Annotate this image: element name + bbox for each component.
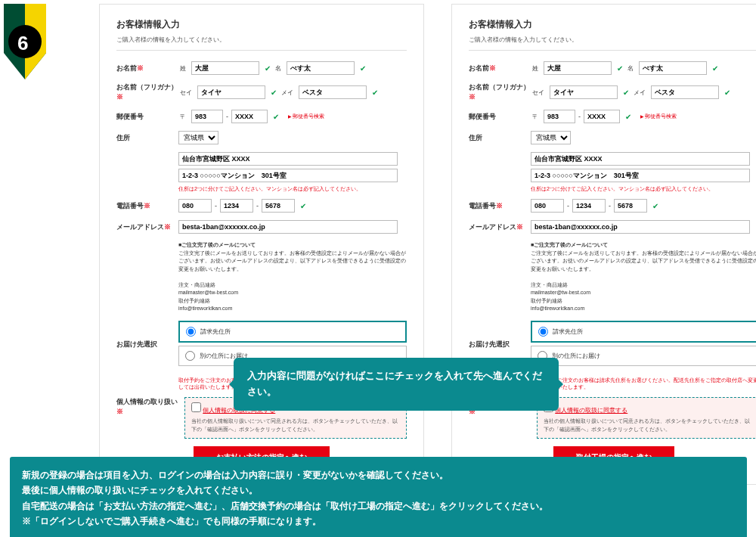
- input-mei[interactable]: [287, 61, 355, 75]
- addr-note: 住所は2つに分けてご記入ください。マンション名は必ず記入してください。: [178, 185, 407, 193]
- input-email[interactable]: [531, 220, 750, 234]
- input-mei[interactable]: [639, 61, 707, 75]
- input-meik[interactable]: [651, 85, 719, 99]
- sublabel-zip: 〒: [180, 113, 186, 121]
- input-addr1[interactable]: [178, 152, 398, 166]
- label-kana: お名前（フリガナ）※: [469, 82, 531, 102]
- check-icon: ✔: [271, 88, 277, 97]
- check-icon: ✔: [617, 64, 623, 73]
- label-addr: 住所: [116, 133, 178, 143]
- card-subtitle: ご購入者様の情報を入力してください。: [469, 36, 756, 51]
- input-zip1[interactable]: [544, 110, 575, 123]
- input-zip2[interactable]: [584, 110, 620, 123]
- input-meik[interactable]: [299, 85, 367, 99]
- sublabel-mei: 名: [275, 64, 281, 73]
- checkbox-consent[interactable]: [191, 402, 201, 412]
- select-pref[interactable]: 宮城県: [531, 131, 571, 144]
- sublabel-meik: メイ: [281, 88, 293, 97]
- radio-deliv2[interactable]: [185, 351, 195, 361]
- deliv-option-2[interactable]: 別の住所にお届け: [531, 346, 756, 366]
- input-addr2[interactable]: [531, 169, 750, 182]
- deliv-option-1[interactable]: 請求先住所: [178, 321, 407, 343]
- check-icon: ✔: [360, 64, 366, 73]
- input-tel1[interactable]: [531, 199, 564, 213]
- email-note: ■ご注文完了後のメールについて ご注文完了後にメールをお送りしております。お客様…: [531, 241, 756, 313]
- check-icon: ✔: [724, 88, 730, 97]
- input-tel3[interactable]: [614, 199, 647, 213]
- check-icon: ✔: [625, 113, 631, 121]
- label-email: メールアドレス※: [469, 222, 531, 232]
- label-tel: 電話番号※: [116, 201, 178, 211]
- label-zip: 郵便番号: [116, 112, 178, 122]
- sublabel-sei: 姓: [180, 64, 186, 73]
- card-title: お客様情報入力: [469, 18, 756, 31]
- input-seik[interactable]: [550, 85, 618, 99]
- tooltip-callout: 入力内容に問題がなければここにチェックを入れて先へ進んでください。: [234, 358, 559, 411]
- card-title: お客様情報入力: [116, 18, 407, 31]
- consent-box: 個人情報の取扱に同意する 当社の個人情報取り扱いについて同意される方は、ボタンを…: [537, 397, 756, 439]
- sublabel-seik: セイ: [180, 88, 192, 97]
- input-addr1[interactable]: [531, 152, 750, 166]
- label-email: メールアドレス※: [116, 222, 178, 232]
- consent-sub: 当社の個人情報取り扱いについて同意される方は、ボタンをチェックしていただき、以下…: [544, 417, 752, 433]
- check-icon: ✔: [652, 202, 658, 210]
- check-icon: ✔: [372, 88, 378, 97]
- consent-link[interactable]: 個人情報の取扱に同意する: [555, 407, 627, 414]
- email-note: ■ご注文完了後のメールについて ご注文完了後にメールをお送りしております。お客様…: [178, 241, 407, 313]
- consent-sub: 当社の個人情報取り扱いについて同意される方は、ボタンをチェックしていただき、以下…: [191, 417, 400, 433]
- label-name: お名前※: [469, 64, 531, 73]
- label-deliv: お届け先選択: [469, 340, 531, 349]
- label-addr: 住所: [469, 133, 531, 143]
- zip-search-link[interactable]: 郵便番号検索: [640, 113, 677, 120]
- zip-search-link[interactable]: 郵便番号検索: [288, 113, 324, 120]
- input-sei[interactable]: [191, 61, 259, 75]
- instruction-banner: 新規の登録の場合は項目を入力、ログインの場合は入力内容に誤り・変更がないかを確認…: [10, 457, 747, 537]
- input-zip1[interactable]: [191, 110, 223, 123]
- label-zip: 郵便番号: [469, 112, 531, 122]
- input-zip2[interactable]: [231, 110, 268, 123]
- check-icon: ✔: [273, 113, 279, 121]
- radio-deliv1[interactable]: [186, 327, 196, 337]
- label-kana: お名前（フリガナ）※: [116, 82, 178, 102]
- input-email[interactable]: [178, 220, 398, 234]
- label-name: お名前※: [116, 64, 178, 73]
- step-badge: 6: [4, 4, 46, 79]
- check-icon: ✔: [712, 64, 718, 73]
- deliv-option-1[interactable]: 請求先住所: [531, 321, 756, 343]
- check-icon: ✔: [623, 88, 629, 97]
- step-number: 6: [17, 32, 28, 55]
- check-icon: ✔: [300, 202, 306, 210]
- input-seik[interactable]: [197, 85, 265, 99]
- input-tel1[interactable]: [178, 199, 212, 213]
- check-icon: ✔: [265, 64, 271, 73]
- form-card-left: お客様情報入力 ご購入者様の情報を入力してください。 お名前※ 姓 ✔ 名 ✔ …: [99, 4, 424, 485]
- addr-note: 住所は2つに分けてご記入ください。マンション名は必ず記入してください。: [531, 185, 756, 193]
- input-addr2[interactable]: [178, 169, 398, 182]
- input-sei[interactable]: [544, 61, 612, 75]
- radio-deliv1[interactable]: [538, 327, 548, 337]
- form-card-right: お客様情報入力 ご購入者様の情報を入力してください。 お名前※ 姓 ✔ 名 ✔ …: [451, 4, 756, 485]
- input-tel2[interactable]: [572, 199, 606, 213]
- select-pref[interactable]: 宮城県: [178, 131, 218, 144]
- input-tel2[interactable]: [220, 199, 253, 213]
- card-subtitle: ご購入者様の情報を入力してください。: [116, 36, 407, 51]
- input-tel3[interactable]: [262, 199, 295, 213]
- label-deliv: お届け先選択: [116, 340, 178, 349]
- label-consent: 個人情報の取り扱い※: [116, 397, 178, 439]
- label-tel: 電話番号※: [469, 201, 531, 211]
